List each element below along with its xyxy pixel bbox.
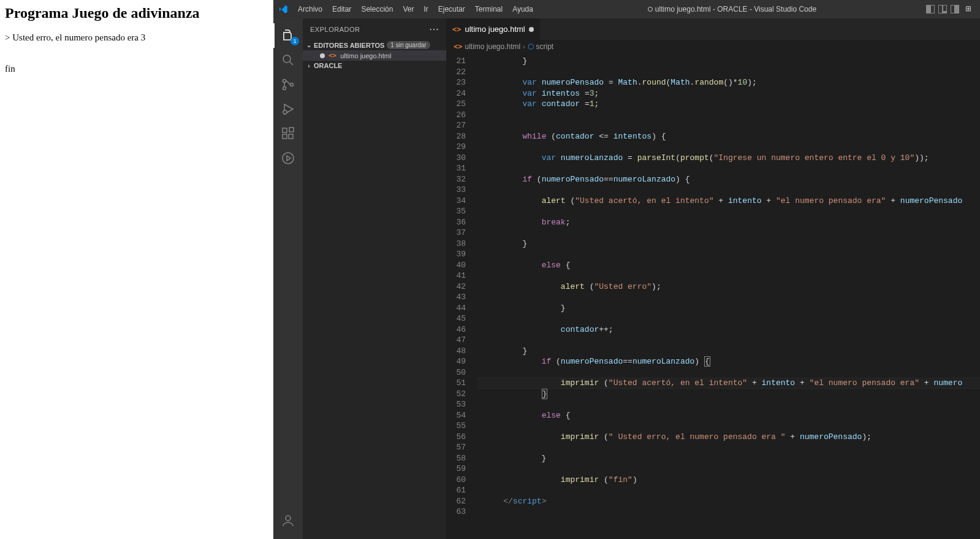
html-file-icon: <>: [452, 25, 461, 34]
sidebar-title: EXPLORADOR: [310, 26, 360, 33]
editor-tabs: <> ultimo juego.html: [446, 18, 980, 40]
menu-bar: ArchivoEditarSelecciónVerIrEjecutarTermi…: [293, 5, 538, 13]
menu-terminal[interactable]: Terminal: [470, 5, 507, 13]
svg-point-2: [283, 87, 286, 90]
browser-output-panel: Programa Juego de adivinanza > Usted err…: [0, 0, 273, 539]
folder-section[interactable]: › ORACLE: [303, 61, 446, 71]
open-editor-file[interactable]: <> ultimo juego.html: [303, 50, 446, 61]
vscode-logo-icon: [278, 4, 288, 14]
menu-ir[interactable]: Ir: [419, 5, 433, 13]
menu-selección[interactable]: Selección: [356, 5, 398, 13]
menu-ayuda[interactable]: Ayuda: [507, 5, 538, 13]
editor-area: <> ultimo juego.html <> ultimo juego.htm…: [446, 18, 980, 539]
code-editor[interactable]: 21 22 23 24 25 26 27 28 29 30 31 32 33 3…: [446, 53, 980, 539]
titlebar: ArchivoEditarSelecciónVerIrEjecutarTermi…: [273, 0, 980, 18]
open-editors-section[interactable]: ⌄ EDITORES ABIERTOS 1 sin guardar: [303, 40, 446, 50]
output-line-1: > Usted erro, el numero pensado era 3: [5, 32, 268, 43]
svg-point-9: [283, 153, 294, 164]
svg-rect-5: [283, 128, 287, 132]
svg-point-1: [283, 80, 286, 83]
window-title: ultimo juego.html - ORACLE - Visual Stud…: [538, 5, 926, 13]
tab-label: ultimo juego.html: [465, 25, 525, 34]
panel-layout-icon[interactable]: [938, 5, 947, 13]
menu-editar[interactable]: Editar: [327, 5, 356, 13]
page-title: Programa Juego de adivinanza: [5, 5, 268, 21]
run-debug-icon[interactable]: [273, 97, 303, 121]
explorer-sidebar: EXPLORADOR ⋯ ⌄ EDITORES ABIERTOS 1 sin g…: [303, 18, 446, 539]
svg-rect-6: [283, 134, 287, 139]
unsaved-indicator-icon: [648, 7, 653, 12]
explorer-badge: 1: [291, 37, 299, 45]
file-name: ultimo juego.html: [340, 52, 391, 59]
svg-point-4: [283, 110, 287, 114]
modified-dot-icon: [529, 27, 534, 32]
tab-file[interactable]: <> ultimo juego.html: [446, 18, 541, 40]
menu-ejecutar[interactable]: Ejecutar: [433, 5, 470, 13]
svg-rect-8: [289, 128, 294, 132]
panel-layout-icon[interactable]: [951, 5, 959, 13]
unsaved-badge: 1 sin guardar: [387, 41, 430, 49]
breadcrumb-symbol: script: [536, 42, 554, 51]
breadcrumb[interactable]: <> ultimo juego.html › ⬡ script: [446, 40, 980, 53]
svg-rect-7: [289, 134, 293, 139]
layout-controls: ⊞: [926, 4, 975, 14]
vscode-window: ArchivoEditarSelecciónVerIrEjecutarTermi…: [273, 0, 980, 539]
more-actions-icon[interactable]: ⋯: [429, 23, 439, 35]
customize-layout-icon[interactable]: ⊞: [965, 4, 975, 14]
live-share-icon[interactable]: [273, 146, 303, 170]
svg-point-3: [291, 83, 294, 86]
source-control-icon[interactable]: [273, 72, 303, 97]
open-editors-label: EDITORES ABIERTOS: [314, 42, 384, 49]
window-title-text: ultimo juego.html - ORACLE - Visual Stud…: [655, 5, 816, 13]
html-file-icon: <>: [329, 52, 336, 59]
sidebar-header: EXPLORADOR ⋯: [303, 18, 446, 40]
script-symbol-icon: ⬡: [528, 42, 534, 51]
output-line-2: fin: [5, 64, 268, 74]
svg-point-0: [283, 55, 291, 63]
accounts-icon[interactable]: [273, 508, 303, 533]
code-content[interactable]: } var numeroPensado = Math.round(Math.ra…: [477, 53, 980, 539]
extensions-icon[interactable]: [273, 121, 303, 146]
menu-ver[interactable]: Ver: [398, 5, 419, 13]
chevron-down-icon: ⌄: [305, 42, 313, 48]
breadcrumb-file: ultimo juego.html: [465, 42, 520, 51]
svg-point-10: [286, 516, 291, 521]
activity-bar: 1: [273, 18, 303, 539]
html-file-icon: <>: [454, 42, 462, 51]
explorer-icon[interactable]: 1: [273, 23, 303, 48]
panel-layout-icon[interactable]: [926, 5, 935, 13]
chevron-right-icon: ›: [305, 63, 313, 69]
line-numbers: 21 22 23 24 25 26 27 28 29 30 31 32 33 3…: [446, 53, 477, 539]
menu-archivo[interactable]: Archivo: [293, 5, 327, 13]
search-icon[interactable]: [273, 48, 303, 72]
modified-dot-icon: [320, 53, 325, 58]
chevron-right-icon: ›: [523, 44, 525, 50]
folder-name: ORACLE: [314, 62, 342, 69]
